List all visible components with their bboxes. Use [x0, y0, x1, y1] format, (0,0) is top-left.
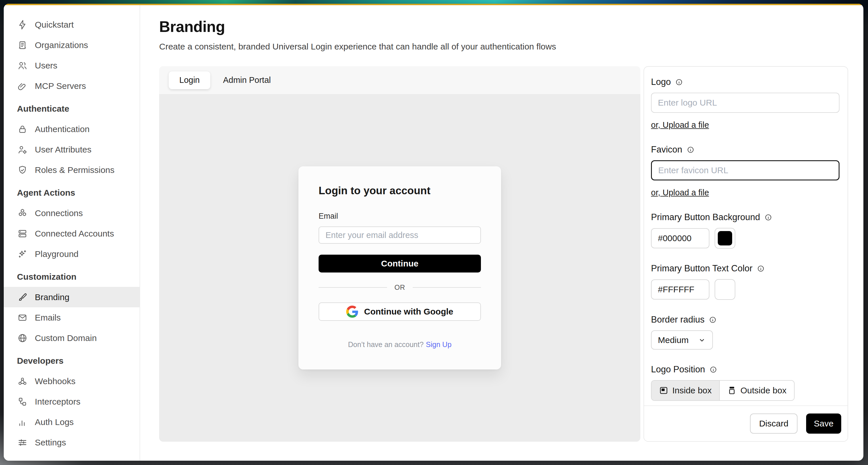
logo-upload-link[interactable]: or, Upload a file: [651, 120, 709, 130]
sidebar-item-branding[interactable]: Branding: [4, 287, 140, 307]
paperclip-icon: [17, 81, 28, 92]
tab-login[interactable]: Login: [169, 71, 210, 89]
sidebar-item-organizations[interactable]: Organizations: [4, 35, 140, 55]
primary-button-background-swatch[interactable]: [715, 228, 735, 249]
favicon-label: Favicon: [651, 145, 682, 155]
sparkles-icon: [17, 249, 28, 259]
or-divider-label: OR: [395, 283, 405, 291]
sidebar-item-users[interactable]: Users: [4, 55, 140, 76]
interceptor-icon: [17, 396, 28, 407]
sidebar-item-label: Interceptors: [35, 397, 80, 407]
primary-button-text-color-label-row: Primary Button Text Color: [651, 264, 839, 273]
main-content: Branding Create a consistent, branded Un…: [140, 5, 863, 461]
users-icon: [17, 60, 28, 71]
sidebar-item-connections[interactable]: Connections: [4, 203, 140, 223]
lock-icon: [17, 124, 28, 135]
page-subtitle: Create a consistent, branded Universal L…: [159, 41, 848, 52]
sidebar-section-developers: Developers: [4, 350, 140, 371]
page-title: Branding: [159, 18, 848, 36]
cubes-icon: [17, 208, 28, 219]
logo-url-input[interactable]: [651, 93, 839, 113]
branding-preview-panel: Login Admin Portal Login to your account…: [159, 66, 640, 442]
continue-with-google-button[interactable]: Continue with Google: [319, 303, 481, 321]
primary-button-text-color-label: Primary Button Text Color: [651, 264, 753, 273]
info-icon[interactable]: [765, 214, 772, 221]
discard-button[interactable]: Discard: [750, 413, 798, 434]
sidebar-item-label: Authentication: [35, 124, 90, 134]
logo-label: Logo: [651, 77, 671, 87]
sidebar-item-label: Emails: [35, 313, 61, 322]
branding-settings-panel: Logo or, Upload a file Favicon or, Uploa…: [644, 66, 848, 442]
sidebar-item-label: Users: [35, 61, 57, 70]
info-icon[interactable]: [676, 79, 683, 86]
border-radius-label: Border radius: [651, 315, 705, 324]
user-gear-icon: [17, 144, 28, 155]
logo-position-outside-box-option[interactable]: Outside box: [720, 381, 794, 400]
email-label: Email: [319, 212, 481, 221]
login-preview-area: Login to your account Email Continue OR: [159, 94, 640, 442]
primary-button-background-hex-input[interactable]: [651, 228, 709, 248]
sidebar-item-roles-permissions[interactable]: Roles & Permissions: [4, 160, 140, 180]
sidebar-item-playground[interactable]: Playground: [4, 244, 140, 264]
app-window: Quickstart Organizations Users MCP Serve…: [4, 4, 863, 461]
login-preview-card: Login to your account Email Continue OR: [299, 166, 501, 369]
login-card-footer: Don’t have an account?Sign Up: [319, 340, 481, 349]
sidebar-item-label: Quickstart: [35, 20, 74, 30]
outside-box-icon: [727, 386, 737, 395]
sidebar-item-webhooks[interactable]: Webhooks: [4, 371, 140, 391]
sidebar-item-label: Connections: [35, 208, 83, 218]
no-account-text: Don’t have an account?: [348, 340, 424, 348]
sidebar-item-user-attributes[interactable]: User Attributes: [4, 139, 140, 160]
building-icon: [17, 40, 28, 51]
sidebar-item-quickstart[interactable]: Quickstart: [4, 14, 140, 35]
continue-button[interactable]: Continue: [319, 255, 481, 273]
webhook-icon: [17, 376, 28, 387]
sidebar-section-authenticate: Authenticate: [4, 98, 140, 119]
primary-button-text-color-hex-input[interactable]: [651, 279, 709, 300]
favicon-url-input[interactable]: [651, 160, 839, 180]
border-radius-select[interactable]: Medium: [651, 330, 713, 350]
preview-tab-bar: Login Admin Portal: [159, 66, 640, 94]
sidebar-item-label: Custom Domain: [35, 333, 97, 343]
border-radius-label-row: Border radius: [651, 315, 839, 324]
settings-footer: Discard Save: [644, 405, 847, 441]
info-icon[interactable]: [687, 146, 694, 153]
sidebar-item-interceptors[interactable]: Interceptors: [4, 391, 140, 412]
primary-button-text-color-swatch[interactable]: [715, 279, 735, 300]
tab-admin-portal[interactable]: Admin Portal: [223, 75, 271, 85]
logo-position-label: Logo Position: [651, 365, 705, 374]
sidebar-item-label: MCP Servers: [35, 81, 86, 91]
sidebar: Quickstart Organizations Users MCP Serve…: [4, 5, 140, 461]
sidebar-section-agent-actions: Agent Actions: [4, 182, 140, 203]
sign-up-link[interactable]: Sign Up: [426, 340, 452, 348]
save-button[interactable]: Save: [806, 413, 841, 434]
sidebar-item-auth-logs[interactable]: Auth Logs: [4, 412, 140, 432]
sidebar-item-authentication[interactable]: Authentication: [4, 119, 140, 139]
border-radius-value: Medium: [658, 335, 689, 345]
logo-field-label-row: Logo: [651, 77, 839, 87]
sidebar-item-connected-accounts[interactable]: Connected Accounts: [4, 223, 140, 244]
sidebar-item-label: Auth Logs: [35, 417, 74, 427]
sidebar-item-label: Organizations: [35, 40, 88, 50]
info-icon[interactable]: [709, 316, 716, 323]
info-icon[interactable]: [757, 265, 765, 272]
google-button-label: Continue with Google: [364, 307, 453, 316]
brush-icon: [17, 292, 28, 303]
google-icon: [346, 306, 358, 318]
sidebar-item-emails[interactable]: Emails: [4, 307, 140, 328]
server-icon: [17, 228, 28, 239]
sidebar-item-custom-domain[interactable]: Custom Domain: [4, 328, 140, 348]
desktop-background: Quickstart Organizations Users MCP Serve…: [0, 0, 868, 465]
sidebar-item-mcp-servers[interactable]: MCP Servers: [4, 76, 140, 96]
logo-position-inside-box-option[interactable]: Inside box: [652, 381, 720, 400]
favicon-field-label-row: Favicon: [651, 145, 839, 155]
chevron-down-icon: [698, 336, 706, 344]
email-field[interactable]: [319, 226, 481, 244]
mail-icon: [17, 312, 28, 323]
bar-chart-icon: [17, 417, 28, 428]
favicon-upload-link[interactable]: or, Upload a file: [651, 188, 709, 197]
shield-check-icon: [17, 164, 28, 176]
info-icon[interactable]: [710, 366, 717, 373]
sidebar-item-settings[interactable]: Settings: [4, 432, 140, 453]
sliders-icon: [17, 437, 28, 448]
